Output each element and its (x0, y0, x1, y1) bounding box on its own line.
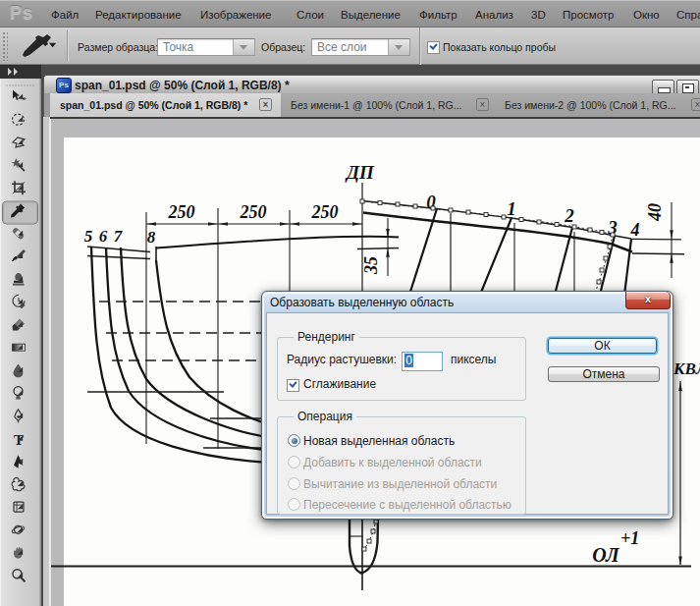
svg-text:7: 7 (114, 227, 124, 246)
svg-text:250: 250 (311, 202, 339, 222)
svg-text:35: 35 (361, 256, 381, 275)
svg-text:4: 4 (630, 220, 640, 240)
svg-text:250: 250 (240, 202, 267, 222)
svg-text:КВЛ: КВЛ (673, 359, 700, 378)
svg-text:250: 250 (168, 202, 195, 222)
svg-text:40: 40 (645, 203, 665, 222)
svg-text:1: 1 (507, 198, 516, 219)
svg-text:6: 6 (99, 227, 108, 246)
svg-text:+1: +1 (620, 528, 639, 548)
svg-text:5: 5 (84, 227, 93, 246)
svg-text:2: 2 (564, 205, 574, 226)
svg-text:ОЛ: ОЛ (592, 544, 620, 566)
svg-text:ДП: ДП (345, 162, 375, 183)
svg-text:8: 8 (147, 228, 156, 247)
